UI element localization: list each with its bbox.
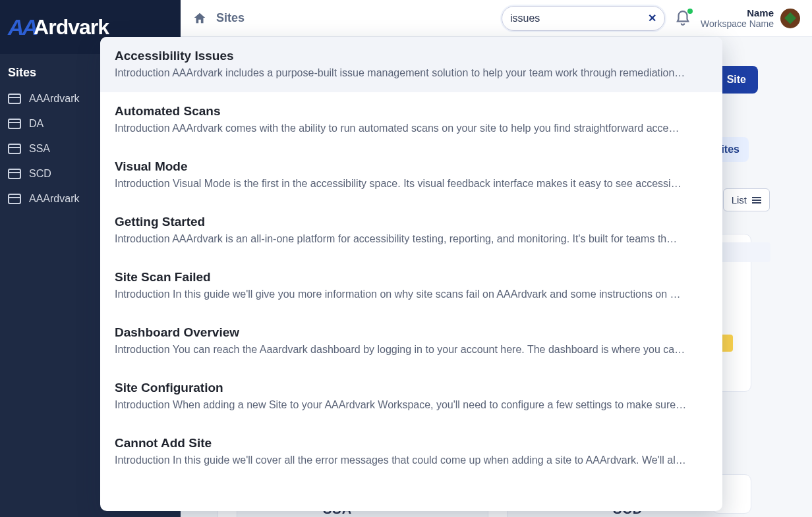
list-icon bbox=[752, 197, 761, 204]
topbar: Sites ✕ Name Workspace Name bbox=[181, 0, 812, 37]
result-description: Introduction In this guide we'll cover a… bbox=[115, 454, 708, 466]
result-title: Getting Started bbox=[115, 215, 708, 229]
sidebar-item-label: AAArdvark bbox=[29, 193, 79, 205]
notifications-button[interactable] bbox=[674, 10, 691, 27]
window-icon bbox=[8, 94, 21, 104]
search-result[interactable]: Automated Scans Introduction AAArdvark c… bbox=[100, 92, 722, 148]
notification-dot-icon bbox=[687, 9, 693, 14]
search-result[interactable]: Site Scan Failed Introduction In this gu… bbox=[100, 258, 722, 313]
avatar[interactable] bbox=[780, 9, 800, 28]
result-title: Automated Scans bbox=[115, 104, 708, 119]
search-result[interactable]: Getting Started Introduction AAArdvark i… bbox=[100, 203, 722, 258]
result-title: Dashboard Overview bbox=[115, 325, 708, 340]
workspace-name: Workspace Name bbox=[701, 18, 774, 29]
user-name: Name bbox=[701, 7, 774, 18]
search-results-dropdown: Accessibility Issues Introduction AAArdv… bbox=[100, 37, 722, 511]
window-icon bbox=[8, 169, 21, 179]
view-toggle-list[interactable]: List bbox=[723, 188, 770, 211]
search-result[interactable]: Site Configuration Introduction When add… bbox=[100, 369, 722, 424]
search-result[interactable]: Cannot Add Site Introduction In this gui… bbox=[100, 424, 722, 479]
result-description: Introduction AAArdvark includes a purpos… bbox=[115, 67, 708, 79]
search-input[interactable] bbox=[510, 13, 643, 24]
button-label-fragment: Site bbox=[727, 74, 746, 85]
user-menu[interactable]: Name Workspace Name bbox=[701, 7, 800, 29]
result-title: Site Configuration bbox=[115, 381, 708, 395]
search-field[interactable]: ✕ bbox=[502, 6, 665, 31]
home-icon[interactable] bbox=[192, 11, 207, 26]
result-description: Introduction AAArdvark comes with the ab… bbox=[115, 122, 708, 134]
clear-search-icon[interactable]: ✕ bbox=[648, 12, 656, 24]
result-description: Introduction AAArdvark is an all-in-one … bbox=[115, 233, 708, 245]
search-result[interactable]: Dashboard Overview Introduction You can … bbox=[100, 313, 722, 369]
result-description: Introduction You can reach the Aaardvark… bbox=[115, 344, 708, 356]
sidebar-item-label: SSA bbox=[29, 143, 50, 155]
sidebar-item-label: AAArdvark bbox=[29, 93, 79, 105]
result-description: Introduction In this guide we'll give yo… bbox=[115, 288, 708, 300]
result-title: Cannot Add Site bbox=[115, 436, 708, 450]
sidebar-item-label: SCD bbox=[29, 168, 51, 180]
toggle-label: List bbox=[732, 194, 747, 205]
search-result[interactable]: Visual Mode Introduction Visual Mode is … bbox=[100, 148, 722, 203]
breadcrumb[interactable]: Sites bbox=[216, 11, 245, 25]
brand-mark: AA bbox=[8, 14, 36, 40]
window-icon bbox=[8, 119, 21, 129]
window-icon bbox=[8, 194, 21, 204]
result-title: Accessibility Issues bbox=[115, 49, 708, 63]
search-result[interactable]: Accessibility Issues Introduction AAArdv… bbox=[100, 37, 722, 92]
result-title: Site Scan Failed bbox=[115, 270, 708, 285]
result-description: Introduction When adding a new Site to y… bbox=[115, 399, 708, 411]
brand-name: Ardvark bbox=[34, 15, 109, 40]
window-icon bbox=[8, 144, 21, 154]
sidebar-item-label: DA bbox=[29, 118, 44, 130]
result-description: Introduction Visual Mode is the first in… bbox=[115, 178, 708, 190]
result-title: Visual Mode bbox=[115, 159, 708, 174]
